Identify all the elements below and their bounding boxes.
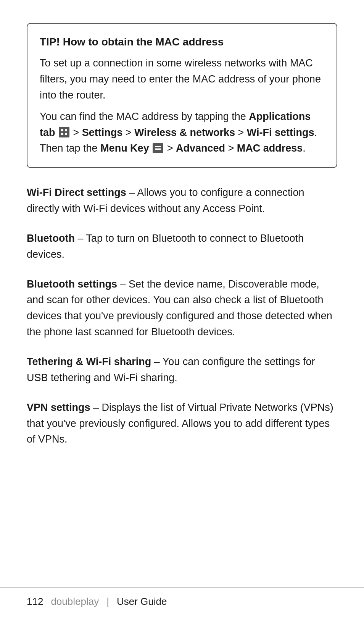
tip-paragraph-1: To set up a connection in some wireless … <box>40 55 324 103</box>
menu-icon <box>153 143 163 153</box>
svg-rect-1 <box>65 129 67 131</box>
section-vpn-term: VPN settings <box>27 402 90 413</box>
section-vpn-separator: – <box>90 402 102 413</box>
section-wifi-direct-term: Wi-Fi Direct settings <box>27 187 126 198</box>
svg-rect-2 <box>61 133 63 135</box>
tip-p2-gt4: > <box>167 142 176 154</box>
tip-p2-mac-address: MAC address <box>237 142 303 154</box>
tip-p2-advanced: Advanced <box>176 142 225 154</box>
menu-line-2 <box>155 148 161 149</box>
section-tethering-term: Tethering & Wi-Fi sharing <box>27 356 151 367</box>
tip-p2-gt3: > <box>235 127 247 138</box>
tip-p2-wifi-settings: Wi-Fi settings <box>247 127 314 138</box>
tip-p2-period: . <box>303 142 306 154</box>
footer-guide-text: User Guide <box>117 596 167 608</box>
svg-rect-0 <box>61 129 63 131</box>
page-container: TIP! How to obtain the MAC address To se… <box>0 0 364 619</box>
footer: 112 doubleplay | User Guide <box>0 587 364 619</box>
apps-grid-icon <box>61 129 67 135</box>
tip-p2-start: You can find the MAC address by tapping … <box>40 111 249 122</box>
tip-body: To set up a connection in some wireless … <box>40 55 324 157</box>
tip-p2-gt1: > <box>73 127 82 138</box>
tip-p2-gt2: > <box>122 127 134 138</box>
tip-p2-settings: Settings <box>82 127 123 138</box>
section-bluetooth-settings-term: Bluetooth settings <box>27 278 117 290</box>
tip-p2-gt5: > <box>225 142 237 154</box>
section-bluetooth-settings-separator: – <box>117 278 129 290</box>
section-bluetooth-term: Bluetooth <box>27 233 75 244</box>
menu-line-1 <box>155 146 161 147</box>
tip-p2-menu-key: Menu Key <box>100 142 149 154</box>
footer-separator: | <box>106 596 109 608</box>
footer-divider-text: doubleplay <box>51 596 99 608</box>
section-bluetooth: Bluetooth – Tap to turn on Bluetooth to … <box>27 231 337 263</box>
section-wifi-direct: Wi-Fi Direct settings – Allows you to co… <box>27 185 337 217</box>
section-vpn: VPN settings – Displays the list of Virt… <box>27 400 337 448</box>
tip-title: TIP! How to obtain the MAC address <box>40 34 324 49</box>
section-wifi-direct-separator: – <box>126 187 137 198</box>
footer-page-number: 112 <box>27 596 43 608</box>
menu-line-3 <box>155 149 161 150</box>
svg-rect-3 <box>65 133 67 135</box>
section-bluetooth-separator: – <box>75 233 86 244</box>
section-tethering: Tethering & Wi-Fi sharing – You can conf… <box>27 354 337 386</box>
section-bluetooth-settings: Bluetooth settings – Set the device name… <box>27 276 337 340</box>
tip-p2-wireless: Wireless & networks <box>134 127 235 138</box>
apps-icon <box>59 127 69 137</box>
tip-paragraph-2: You can find the MAC address by tapping … <box>40 109 324 157</box>
tip-box: TIP! How to obtain the MAC address To se… <box>27 23 337 168</box>
section-tethering-separator: – <box>151 356 163 367</box>
